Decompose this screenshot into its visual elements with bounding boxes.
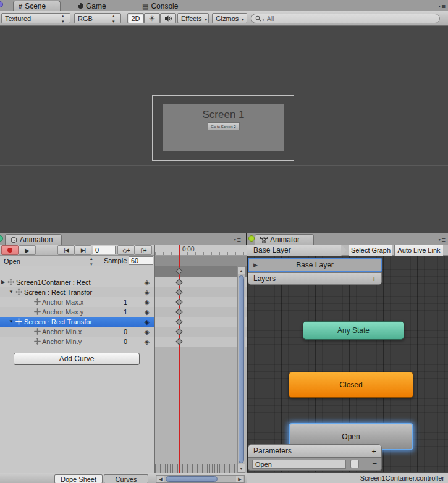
scroll-right-arrow[interactable]: ▶ <box>236 476 243 482</box>
add-layer-button[interactable]: + <box>371 274 376 284</box>
property-row[interactable]: Anchor Min.x 0 <box>0 327 154 337</box>
foldout-icon[interactable] <box>1 277 7 287</box>
search-input[interactable] <box>266 14 436 23</box>
keyframe-menu-icon[interactable] <box>145 327 150 337</box>
animation-panel: Animation Open Sample Screen1Container :… <box>0 233 247 483</box>
play-button[interactable] <box>19 245 36 255</box>
scene-grid-line <box>0 165 448 166</box>
parameters-header[interactable]: Parameters + <box>248 444 382 458</box>
dock-indicator-dot <box>0 235 3 242</box>
foldout-icon[interactable] <box>9 287 15 297</box>
property-label: Screen : Rect Transfor <box>24 287 92 297</box>
screen1-panel[interactable]: Screen 1 Go to Screen 2 <box>163 104 284 151</box>
foldout-icon[interactable] <box>9 317 15 327</box>
property-row[interactable]: Anchor Max.x 1 <box>0 297 154 307</box>
state-node-any-state[interactable]: Any State <box>303 321 404 340</box>
parameters-header-label: Parameters <box>253 447 292 455</box>
select-graph-button[interactable]: Select Graph <box>349 245 392 256</box>
scene-search-field[interactable] <box>251 14 440 23</box>
curves-tab[interactable]: Curves <box>104 474 148 483</box>
keyframe-menu-icon[interactable] <box>145 297 150 307</box>
keyframe-menu-icon[interactable] <box>145 307 150 317</box>
state-node-closed[interactable]: Closed <box>289 372 413 398</box>
scroll-down-arrow[interactable]: ▼ <box>238 464 245 472</box>
scene-viewport[interactable]: Screen 1 Go to Screen 2 <box>0 26 448 233</box>
tab-animator[interactable]: Animator <box>255 234 314 245</box>
search-filter-arrow-icon[interactable] <box>263 15 264 22</box>
chevron-down-icon <box>239 15 244 22</box>
record-button[interactable] <box>1 245 19 255</box>
search-icon <box>255 15 261 22</box>
timeline-summary-row <box>155 266 247 277</box>
horizontal-scrollbar[interactable]: ◀ ▶ <box>156 475 245 483</box>
keyframe-menu-icon[interactable] <box>145 277 150 287</box>
scroll-left-arrow[interactable]: ◀ <box>157 476 164 482</box>
property-row[interactable]: Screen : Rect Transfor <box>0 287 154 297</box>
animation-clip-row: Open Sample <box>0 256 154 266</box>
dropdown-arrows-icon <box>62 15 67 22</box>
layers-header[interactable]: Layers + <box>248 272 382 285</box>
property-row-selected[interactable]: Screen : Rect Transfor <box>0 317 154 327</box>
rect-transform-icon <box>7 279 15 286</box>
tab-scene[interactable]: Scene <box>13 1 61 11</box>
pane-menu-icon[interactable] <box>230 236 241 243</box>
property-label: Screen : Rect Transfor <box>24 317 92 327</box>
parameters-body: − <box>248 458 382 471</box>
vertical-scrollbar[interactable]: ▲ ▼ <box>237 266 245 472</box>
clip-dropdown[interactable]: Open <box>0 256 99 266</box>
tab-console[interactable]: Console <box>137 1 183 11</box>
property-row[interactable]: Screen1Container : Rect <box>0 277 154 287</box>
add-event-button[interactable] <box>135 245 152 255</box>
breadcrumb-base-layer[interactable]: Base Layer <box>247 245 341 256</box>
scroll-up-arrow[interactable]: ▲ <box>238 267 245 274</box>
state-machine-graph[interactable]: Base Layer Layers + Any State Closed Ope… <box>247 256 448 473</box>
status-bar-text: Screen1Container.controller <box>360 474 444 482</box>
current-frame-input[interactable] <box>93 246 116 254</box>
horizontal-scrollbar-thumb[interactable] <box>166 476 218 482</box>
property-row[interactable]: Anchor Max.y 1 <box>0 307 154 317</box>
layer-item-label: Base Layer <box>296 261 334 269</box>
add-parameter-button[interactable]: + <box>371 447 376 456</box>
parameter-name-input[interactable] <box>252 460 346 469</box>
auto-live-link-button[interactable]: Auto Live Link <box>394 245 443 256</box>
gizmos-dropdown[interactable]: Gizmos <box>212 13 247 23</box>
go-to-start-button[interactable] <box>57 245 75 255</box>
vertical-scrollbar-thumb[interactable] <box>239 275 244 463</box>
parameter-bool-checkbox[interactable] <box>350 460 359 468</box>
property-row[interactable]: Anchor Min.y 0 <box>0 337 154 346</box>
dope-sheet-timeline[interactable]: 0:00 <box>154 245 247 472</box>
tab-game[interactable]: Game <box>73 1 111 11</box>
sample-rate-input[interactable] <box>129 256 153 265</box>
animator-panel: Animator Base Layer Select Graph Auto Li… <box>247 233 448 472</box>
clip-dropdown-label: Open <box>4 258 87 265</box>
layer-item-base-layer[interactable]: Base Layer <box>248 258 382 272</box>
keyframe-menu-icon[interactable] <box>145 337 150 346</box>
animation-footer: Dope Sheet Curves ◀ ▶ <box>0 472 247 483</box>
add-curve-button[interactable]: Add Curve <box>14 353 140 365</box>
scene-tabstrip: Scene Game Console <box>0 0 448 11</box>
property-label: Anchor Max.y <box>42 307 83 317</box>
time-ruler[interactable]: 0:00 <box>155 245 247 256</box>
effects-dropdown[interactable]: Effects <box>177 13 209 23</box>
pane-menu-icon[interactable] <box>434 236 446 243</box>
pane-menu-icon[interactable] <box>434 2 446 10</box>
scene-lighting-button[interactable] <box>144 13 160 23</box>
go-to-end-button[interactable] <box>75 245 91 255</box>
time-ruler-label: 0:00 <box>182 246 194 253</box>
dope-sheet-tab[interactable]: Dope Sheet <box>54 474 103 483</box>
shading-mode-dropdown[interactable]: Textured <box>1 13 70 23</box>
tab-animation[interactable]: Animation <box>5 234 62 245</box>
go-to-screen2-button[interactable]: Go to Screen 2 <box>208 122 240 130</box>
render-channels-dropdown[interactable]: RGB <box>74 13 121 23</box>
remove-parameter-button[interactable]: − <box>372 459 377 468</box>
keyframe-menu-icon[interactable] <box>145 287 150 297</box>
property-label: Anchor Min.x <box>42 327 82 337</box>
property-label: Anchor Max.x <box>42 297 83 307</box>
rect-transform-icon <box>34 328 41 335</box>
layers-header-label: Layers <box>253 274 276 283</box>
scene-audio-button[interactable] <box>160 13 176 23</box>
keyframe-menu-icon[interactable] <box>145 317 150 327</box>
mode-2d-toggle[interactable]: 2D <box>127 13 144 23</box>
add-keyframe-button[interactable] <box>117 245 135 255</box>
tab-scene-label: Scene <box>25 2 46 10</box>
